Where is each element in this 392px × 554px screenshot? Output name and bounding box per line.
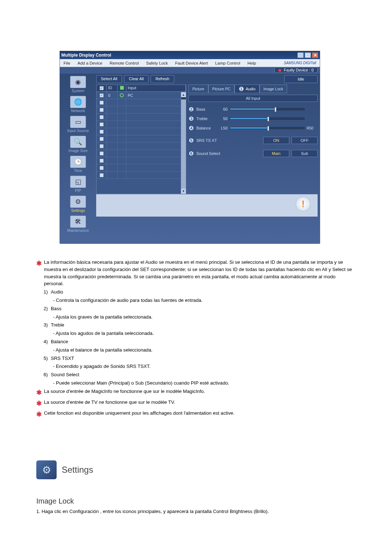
grid-row[interactable]: ✓ 0 PC bbox=[97, 92, 186, 99]
select-all-button[interactable]: Select All bbox=[96, 75, 122, 83]
sidebar-item-time[interactable]: 🕒 Time bbox=[60, 156, 96, 173]
toggle-srs-off[interactable]: OFF bbox=[291, 137, 318, 144]
network-icon: 🌐 bbox=[70, 96, 86, 108]
tab-picture-pc[interactable]: Picture PC bbox=[208, 85, 234, 93]
slider-handle-bass[interactable] bbox=[274, 107, 277, 112]
grid-row-empty[interactable] bbox=[97, 157, 186, 164]
menu-add-device[interactable]: Add a Device bbox=[74, 61, 106, 65]
faulty-dot-icon bbox=[278, 69, 281, 72]
grid-row-empty[interactable] bbox=[97, 99, 186, 106]
sidebar-item-network[interactable]: 🌐 Network bbox=[60, 96, 96, 113]
star-icon: ✱ bbox=[36, 399, 42, 409]
slider-label-treble: Treble bbox=[196, 116, 215, 121]
row-checkbox[interactable] bbox=[99, 137, 104, 141]
row-checkbox[interactable] bbox=[99, 159, 104, 163]
row-checkbox[interactable] bbox=[99, 173, 104, 177]
grid-row-empty[interactable] bbox=[97, 172, 186, 179]
grid-row-empty[interactable] bbox=[97, 106, 186, 114]
marker-1: 1 bbox=[238, 86, 244, 92]
doc-item: 6)Sound Select bbox=[36, 371, 352, 378]
doc-item-desc: - Ajusta el balance de la pantalla selec… bbox=[36, 346, 352, 354]
slider-treble: 3 Treble 50 bbox=[188, 116, 318, 122]
marker-5: 5 bbox=[188, 138, 194, 143]
sidebar-item-settings[interactable]: ⚙ Settings bbox=[60, 196, 96, 213]
doc-item-desc: - Ajusta los graves de la pantalla selec… bbox=[36, 313, 352, 321]
doc-item: 2)Bass bbox=[36, 305, 352, 312]
tab-picture[interactable]: Picture bbox=[188, 85, 208, 93]
row-status-icon bbox=[120, 93, 124, 97]
maintenance-icon: 🛠 bbox=[70, 216, 86, 228]
settings-icon: ⚙ bbox=[70, 196, 86, 208]
row-checkbox[interactable] bbox=[99, 166, 104, 170]
toggle-sound-sub[interactable]: Sub bbox=[291, 150, 318, 157]
doc-item-desc: - Puede seleccionar Main (Principal) o S… bbox=[36, 379, 352, 387]
menu-file[interactable]: File bbox=[60, 61, 74, 65]
doc-note: ✱La source d'entrée de MagicInfo ne fonc… bbox=[36, 388, 352, 398]
tab-label-picture-pc: Picture PC bbox=[212, 87, 230, 91]
menu-remote-control[interactable]: Remote Control bbox=[106, 61, 143, 65]
slider-value-treble: 50 bbox=[217, 116, 228, 121]
toggle-sound-main[interactable]: Main bbox=[263, 150, 289, 157]
sidebar-item-input-source[interactable]: ▭ Input Source bbox=[60, 116, 96, 133]
grid-row-empty[interactable] bbox=[97, 121, 186, 128]
grid-row-empty[interactable] bbox=[97, 164, 186, 172]
titlebar: Multiple Display Control _ ▢ ✕ bbox=[60, 51, 320, 59]
menu-help[interactable]: Help bbox=[244, 61, 260, 65]
maximize-button[interactable]: ▢ bbox=[305, 52, 311, 58]
sidebar-label-network: Network bbox=[71, 108, 85, 113]
refresh-button[interactable]: Refresh bbox=[151, 75, 174, 83]
settings-heading-icon: ⚙ bbox=[36, 460, 57, 479]
row-checkbox[interactable] bbox=[99, 115, 104, 119]
grid-scrollbar[interactable]: ▲ ▼ bbox=[181, 92, 186, 194]
row-checkbox[interactable] bbox=[99, 130, 104, 134]
toolbar: Select All Clear All Refresh Idle bbox=[96, 75, 318, 83]
row-input: PC bbox=[126, 92, 186, 99]
sidebar-item-system[interactable]: ◉ System bbox=[60, 76, 96, 93]
slider-track-treble[interactable] bbox=[230, 118, 305, 120]
all-input-banner: All Input bbox=[188, 95, 318, 102]
header-status-icon bbox=[120, 86, 124, 90]
slider-handle-balance[interactable] bbox=[267, 126, 269, 131]
row-checkbox[interactable] bbox=[99, 151, 104, 156]
slider-label-bass: Bass bbox=[196, 107, 215, 111]
row-checkbox[interactable] bbox=[99, 100, 104, 105]
clear-all-button[interactable]: Clear All bbox=[124, 75, 148, 83]
slider-track-balance[interactable] bbox=[230, 127, 305, 129]
scroll-up-icon[interactable]: ▲ bbox=[181, 92, 186, 97]
toggle-sound-select: 6 Sound Select Main Sub bbox=[188, 150, 318, 157]
close-button[interactable]: ✕ bbox=[312, 52, 318, 58]
row-checkbox[interactable] bbox=[99, 144, 104, 148]
toggle-label-sound-select: Sound Select bbox=[196, 151, 224, 156]
sidebar-label-system: System bbox=[72, 89, 84, 93]
slider-track-bass[interactable] bbox=[230, 108, 305, 110]
grid-row-empty[interactable] bbox=[97, 135, 186, 143]
sidebar-item-image-size[interactable]: 🔍 Image Size bbox=[60, 136, 96, 153]
doc-note: ✱La source d'entrée de TV ne fonctionne … bbox=[36, 399, 352, 409]
header-checkbox[interactable]: ✓ bbox=[99, 86, 104, 90]
sidebar-item-pip[interactable]: ◱ PIP bbox=[60, 176, 96, 193]
toggle-srs-on[interactable]: ON bbox=[263, 137, 289, 144]
tab-image-lock[interactable]: Image Lock bbox=[260, 85, 287, 93]
minimize-button[interactable]: _ bbox=[297, 52, 304, 58]
menu-safety-lock[interactable]: Safety Lock bbox=[142, 61, 171, 65]
slider-handle-treble[interactable] bbox=[267, 116, 269, 122]
star-icon: ✱ bbox=[36, 259, 42, 287]
grid-row-empty[interactable] bbox=[97, 143, 186, 150]
image-size-icon: 🔍 bbox=[70, 136, 86, 148]
scroll-down-icon[interactable]: ▼ bbox=[181, 189, 186, 194]
row-checkbox[interactable] bbox=[99, 122, 104, 127]
sidebar-label-pip: PIP bbox=[75, 188, 81, 193]
sidebar-item-maintenance[interactable]: 🛠 Maintenance bbox=[60, 216, 96, 233]
menu-lamp-control[interactable]: Lamp Control bbox=[212, 61, 244, 65]
doc-item: 3)Treble bbox=[36, 321, 352, 329]
menu-fault-alert[interactable]: Fault Device Alert bbox=[172, 61, 212, 65]
row-checkbox[interactable]: ✓ bbox=[99, 93, 104, 98]
tab-audio[interactable]: 1 Audio bbox=[234, 85, 260, 93]
image-lock-step: 1. Haga clic en Configuración , entre lo… bbox=[36, 509, 269, 514]
grid-row-empty[interactable] bbox=[97, 128, 186, 135]
row-checkbox[interactable] bbox=[99, 108, 104, 112]
marker-4: 4 bbox=[188, 125, 194, 131]
doc-intro: ✱ La información básica necesaria para a… bbox=[36, 259, 352, 287]
grid-row-empty[interactable] bbox=[97, 150, 186, 157]
grid-row-empty[interactable] bbox=[97, 114, 186, 121]
